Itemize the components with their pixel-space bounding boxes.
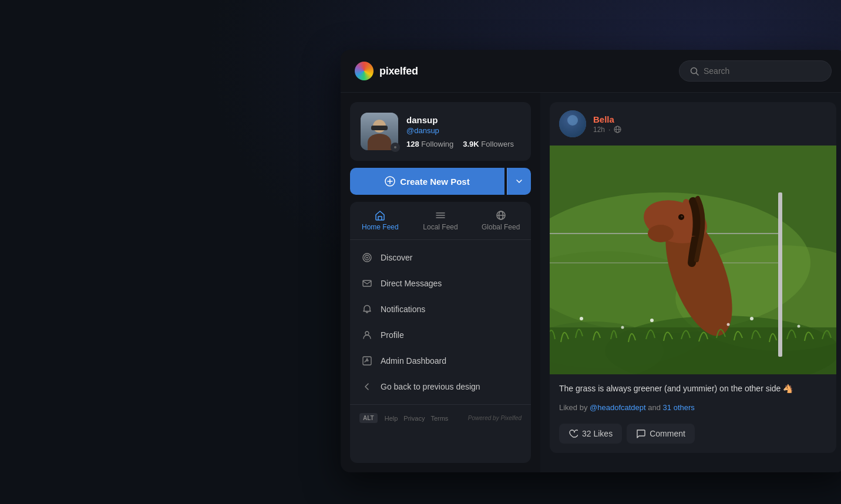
svg-point-37: [621, 326, 624, 329]
tab-local-feed[interactable]: Local Feed: [411, 202, 471, 239]
compass-icon: [362, 252, 372, 263]
nav-footer: ALT Help Privacy Terms Powered by Pixelf…: [350, 404, 531, 431]
nav-item-direct-messages[interactable]: Direct Messages: [350, 270, 531, 296]
right-panel: Bella 12h ·: [540, 93, 841, 472]
envelope-icon: [362, 278, 372, 289]
svg-point-2: [394, 146, 396, 148]
create-post-dropdown-button[interactable]: [507, 168, 531, 195]
post-image: [550, 146, 836, 374]
globe-icon: [496, 210, 506, 221]
search-bar[interactable]: [679, 60, 832, 82]
create-post-button[interactable]: Create New Post: [350, 168, 504, 195]
content-area: dansup @dansup 128 Following 3.9K Follow…: [341, 93, 841, 472]
nav-card: Home Feed Local Feed: [350, 202, 531, 463]
post-actions: 32 Likes Comment: [550, 417, 836, 453]
search-icon: [690, 67, 699, 76]
svg-point-39: [727, 323, 730, 326]
nav-item-discover[interactable]: Discover: [350, 245, 531, 270]
nav-items: Discover Direct Messages: [350, 240, 531, 404]
profile-stats: 128 Following 3.9K Followers: [406, 140, 520, 148]
nav-item-go-back[interactable]: Go back to previous design: [350, 374, 531, 400]
svg-rect-27: [778, 192, 782, 357]
arrow-left-icon: [362, 381, 372, 392]
footer-link-privacy[interactable]: Privacy: [403, 415, 425, 422]
post-liked-by: Liked by @headofcatdept and 31 others: [550, 398, 836, 417]
footer-links: Help Privacy Terms: [385, 415, 449, 422]
app-container: pixelfed: [341, 50, 841, 472]
list-icon: [435, 210, 446, 221]
liked-by-user-link[interactable]: @headofcatdept: [590, 403, 646, 412]
svg-point-36: [580, 317, 583, 320]
feed-tabs: Home Feed Local Feed: [350, 202, 531, 240]
avatar-badge: [391, 143, 400, 152]
post-time: 12h: [593, 126, 605, 134]
svg-rect-14: [363, 280, 371, 286]
logo-area: pixelfed: [355, 62, 418, 80]
svg-point-35: [681, 216, 683, 218]
profile-username: dansup: [406, 115, 520, 125]
create-post-row: Create New Post: [350, 168, 531, 195]
nav-item-profile[interactable]: Profile: [350, 322, 531, 348]
pixelfed-logo-icon: [355, 62, 374, 80]
profile-card: dansup @dansup 128 Following 3.9K Follow…: [350, 102, 531, 161]
nav-item-notifications[interactable]: Notifications: [350, 296, 531, 322]
post-meta: 12h ·: [593, 126, 827, 134]
post-author-name[interactable]: Bella: [593, 114, 827, 124]
footer-link-help[interactable]: Help: [385, 415, 398, 422]
avatar-container: [361, 113, 398, 150]
svg-point-32: [648, 225, 674, 242]
like-button[interactable]: 32 Likes: [559, 424, 622, 444]
svg-point-41: [798, 325, 800, 328]
search-input[interactable]: [704, 66, 820, 76]
heart-icon: [568, 429, 578, 438]
comment-icon: [636, 429, 645, 438]
nav-item-admin-dashboard[interactable]: Admin Dashboard: [350, 348, 531, 374]
left-panel: dansup @dansup 128 Following 3.9K Follow…: [341, 93, 540, 472]
post-card: Bella 12h ·: [550, 102, 836, 453]
post-header: Bella 12h ·: [550, 102, 836, 146]
home-icon: [375, 210, 385, 221]
tab-home-feed[interactable]: Home Feed: [350, 202, 411, 239]
post-author-info: Bella 12h ·: [593, 114, 827, 134]
post-author-avatar: [559, 110, 586, 137]
alt-badge: ALT: [359, 413, 378, 423]
globe-small-icon: [614, 126, 621, 133]
post-caption: The grass is always greener (and yummier…: [550, 374, 836, 398]
chevron-down-icon: [516, 178, 523, 185]
svg-point-38: [650, 319, 654, 322]
app-name: pixelfed: [379, 65, 418, 77]
svg-rect-26: [550, 327, 836, 374]
footer-powered-by: Powered by Pixelfed: [468, 415, 522, 421]
svg-line-1: [697, 73, 699, 75]
profile-info: dansup @dansup 128 Following 3.9K Follow…: [406, 115, 520, 148]
profile-handle[interactable]: @dansup: [406, 126, 520, 135]
svg-point-15: [365, 332, 369, 335]
footer-link-terms[interactable]: Terms: [430, 415, 448, 422]
comment-button[interactable]: Comment: [627, 424, 695, 444]
followers-stat: 3.9K Followers: [463, 140, 514, 148]
tab-global-feed[interactable]: Global Feed: [470, 202, 531, 239]
plus-circle-icon: [385, 176, 395, 187]
header: pixelfed: [341, 50, 841, 93]
liked-by-others-link[interactable]: 31 others: [663, 403, 695, 412]
admin-icon: [362, 356, 372, 366]
svg-point-40: [750, 317, 753, 320]
following-stat: 128 Following: [406, 140, 453, 148]
horse-scene-svg: [550, 146, 836, 374]
svg-point-13: [366, 257, 368, 259]
person-icon: [362, 330, 372, 340]
bell-icon: [362, 304, 372, 314]
